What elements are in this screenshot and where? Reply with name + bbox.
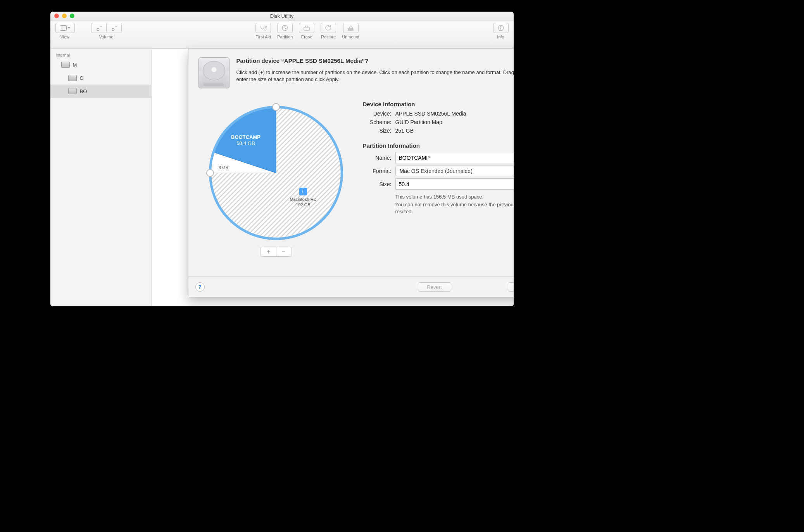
window-controls: [54, 14, 74, 18]
toolbar-view-label: View: [60, 35, 70, 39]
partition-resize-handle-left[interactable]: [207, 169, 214, 176]
info-button[interactable]: [493, 23, 509, 33]
zoom-window-button[interactable]: [70, 14, 74, 18]
partition-add-remove: ＋ −: [260, 247, 292, 257]
toolbar-erase-label: Erase: [301, 35, 312, 39]
close-window-button[interactable]: [54, 14, 59, 18]
content-area: B ume bled ress k0s4 Partition device “A…: [152, 49, 514, 306]
disk-icon: [68, 75, 77, 81]
window-title: Disk Utility: [50, 13, 514, 19]
partition-button[interactable]: [277, 23, 293, 33]
svg-point-4: [266, 26, 267, 28]
toolbar-partition-label: Partition: [277, 35, 293, 39]
toolbar-restore-group: Restore: [320, 23, 336, 39]
erase-icon: [303, 25, 310, 31]
device-size-label: Size:: [363, 128, 392, 134]
cancel-button[interactable]: Cancel: [508, 282, 514, 292]
partition-resize-handle-top[interactable]: [273, 104, 280, 111]
device-size-value: 251 GB: [395, 128, 414, 134]
sidebar-item-0[interactable]: M: [50, 58, 151, 71]
svg-rect-6: [304, 27, 309, 30]
partition-info-heading: Partition Information: [363, 142, 514, 149]
remove-partition-button[interactable]: −: [276, 247, 292, 256]
format-label: Format:: [363, 168, 392, 174]
used-space-hint: This volume has 156.5 MB used space.: [363, 193, 514, 200]
pie-icon: [281, 24, 288, 31]
unmount-button[interactable]: [343, 23, 359, 33]
scheme-label: Scheme:: [363, 119, 392, 125]
sidebar: Internal M O BO: [50, 49, 152, 306]
scheme-value: GUID Partition Map: [395, 119, 442, 125]
toolbar-first-aid-group: First Aid: [255, 23, 271, 39]
add-partition-button[interactable]: ＋: [261, 247, 276, 256]
sheet-title: Partition device “APPLE SSD SM0256L Medi…: [236, 57, 514, 64]
pie-slice1-name: BOOTCAMP: [231, 134, 261, 140]
disk-icon: [61, 62, 70, 68]
toolbar-info-group: Info: [493, 23, 509, 39]
svg-rect-7: [349, 29, 353, 30]
erase-button[interactable]: [299, 23, 314, 33]
sidebar-item-label: O: [80, 75, 84, 81]
partition-size-input[interactable]: [395, 178, 514, 190]
svg-point-2: [97, 28, 99, 31]
revert-button[interactable]: Revert: [418, 282, 451, 292]
sheet-header: Partition device “APPLE SSD SM0256L Medi…: [188, 49, 514, 93]
volume-remove-button[interactable]: [107, 23, 122, 33]
disk-icon: [68, 88, 77, 94]
toolbar-restore-label: Restore: [321, 35, 336, 39]
partition-sheet: Partition device “APPLE SSD SM0256L Medi…: [188, 49, 514, 297]
pie-slice2-size: 8 GB: [219, 165, 228, 170]
partition-format-select[interactable]: Mac OS Extended (Journaled): [395, 166, 514, 176]
minimize-window-button[interactable]: [62, 14, 67, 18]
eject-icon: [348, 25, 354, 31]
volume-add-button[interactable]: [91, 23, 107, 33]
psize-label: Size:: [363, 181, 392, 187]
restore-icon: [325, 25, 332, 31]
sidebar-toggle-icon: [60, 25, 71, 31]
hard-drive-icon: [198, 57, 229, 88]
titlebar: Disk Utility: [50, 12, 514, 21]
toolbar-info-label: Info: [497, 35, 504, 39]
info-icon: [497, 24, 504, 31]
toolbar-erase-group: Erase: [298, 23, 315, 39]
sheet-subtitle: Click add (+) to increase the number of …: [236, 69, 514, 83]
partition-name-input[interactable]: [395, 152, 514, 163]
sidebar-section-internal: Internal: [50, 51, 151, 58]
sidebar-item-1[interactable]: O: [50, 71, 151, 85]
toolbar-first-aid-label: First Aid: [255, 35, 271, 39]
name-label: Name:: [363, 155, 392, 161]
svg-rect-10: [500, 28, 501, 29]
pie-slice3-name: Macintosh HD: [290, 197, 316, 202]
restore-button[interactable]: [321, 23, 336, 33]
view-button[interactable]: [55, 23, 75, 33]
partition-pie-chart[interactable]: BOOTCAMP 50.4 GB 8 GB Macintosh HD 192 G…: [202, 95, 350, 243]
toolbar-partition-group: Partition: [277, 23, 293, 39]
sidebar-item-label: BO: [80, 88, 87, 94]
stethoscope-icon: [259, 25, 267, 31]
sheet-footer: ? Revert Cancel Apply: [188, 276, 514, 297]
sidebar-item-label: M: [73, 62, 77, 68]
format-value: Mac OS Extended (Journaled): [400, 168, 473, 174]
device-value: APPLE SSD SM0256L Media: [395, 111, 466, 117]
volume-add-icon: [95, 25, 102, 31]
first-aid-button[interactable]: [255, 23, 271, 33]
volume-remove-icon: [110, 25, 117, 31]
pie-slice1-size: 50.4 GB: [236, 140, 255, 146]
svg-rect-0: [60, 26, 66, 31]
toolbar-volume-label: Volume: [99, 35, 114, 39]
device-label: Device:: [363, 111, 392, 117]
main-area: Internal M O BO B ume bled ress k0s4: [50, 49, 514, 306]
sidebar-item-2[interactable]: BO: [50, 85, 151, 98]
help-button[interactable]: ?: [195, 282, 205, 292]
svg-point-9: [500, 26, 501, 27]
svg-point-3: [112, 28, 114, 31]
cannot-remove-hint: You can not remove this volume because t…: [363, 201, 514, 215]
partition-info-panel: Device Information Device:APPLE SSD SM02…: [363, 95, 514, 273]
toolbar-unmount-label: Unmount: [342, 35, 359, 39]
partition-pie-area: BOOTCAMP 50.4 GB 8 GB Macintosh HD 192 G…: [198, 95, 354, 273]
toolbar-unmount-group: Unmount: [342, 23, 359, 39]
pie-slice3-size: 192 GB: [296, 202, 310, 207]
toolbar-view-group: View: [55, 23, 75, 39]
toolbar: View Volume First Aid: [50, 21, 514, 49]
toolbar-volume-group: Volume: [91, 23, 122, 39]
